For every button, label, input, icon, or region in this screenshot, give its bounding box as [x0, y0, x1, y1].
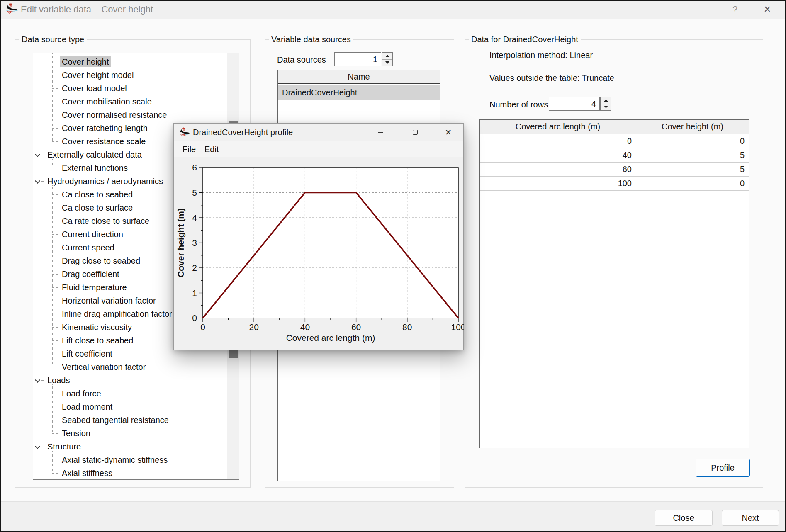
- x-tick-label: 20: [249, 322, 259, 332]
- tree-item[interactable]: Axial stiffness: [60, 468, 114, 479]
- x-tick-label: 60: [351, 322, 361, 332]
- tree-connector: [52, 248, 59, 248]
- close-button[interactable]: Close: [655, 510, 713, 526]
- tree-connector: [52, 274, 59, 275]
- table-cell[interactable]: 100: [480, 177, 636, 191]
- tree-item[interactable]: Horizontal variation factor: [60, 295, 158, 306]
- help-button[interactable]: ?: [726, 0, 744, 19]
- profile-window-menubar: File Edit: [174, 141, 463, 157]
- close-window-icon[interactable]: ✕: [758, 0, 776, 19]
- tree-guide-line: [52, 159, 53, 168]
- number-of-rows-spinner: [600, 97, 611, 111]
- tree-item[interactable]: Drag coefficient: [60, 269, 122, 279]
- tree-connector: [52, 301, 59, 301]
- tree-item[interactable]: Current speed: [60, 242, 117, 253]
- tree-item[interactable]: Cover ratcheting length: [60, 123, 150, 134]
- chevron-down-icon[interactable]: [35, 444, 40, 449]
- data-sources-input[interactable]: [334, 52, 381, 66]
- minimize-icon[interactable]: [372, 124, 389, 141]
- tree-connector: [52, 420, 59, 420]
- tree-item[interactable]: Vertical variation factor: [60, 362, 148, 372]
- cover-height-data-table[interactable]: Covered arc length (m)Cover height (m)00…: [479, 119, 749, 448]
- tree-connector: [52, 115, 59, 115]
- data-sources-spinner: [382, 52, 393, 66]
- spin-down-icon[interactable]: [382, 59, 392, 66]
- tree-item[interactable]: Fluid temperature: [60, 282, 129, 293]
- tree-item[interactable]: Ca rate close to surface: [60, 216, 151, 226]
- y-tick-label: 2: [192, 263, 197, 272]
- tree-connector: [52, 88, 59, 89]
- tree-item[interactable]: Externally calculated data: [45, 149, 144, 160]
- tree-connector: [52, 433, 59, 434]
- table-cell[interactable]: 0: [636, 177, 749, 191]
- tree-connector: [41, 380, 45, 381]
- chevron-down-icon[interactable]: [35, 178, 40, 184]
- next-button[interactable]: Next: [722, 510, 779, 526]
- tree-connector: [52, 168, 59, 168]
- tree-item[interactable]: External functions: [60, 163, 130, 173]
- maximize-icon[interactable]: [407, 124, 423, 141]
- number-of-rows-input[interactable]: [549, 97, 600, 111]
- tree-item[interactable]: Load force: [60, 388, 103, 399]
- tree-item[interactable]: Kinematic viscosity: [60, 322, 134, 333]
- x-tick-label: 100: [451, 322, 464, 332]
- table-cell[interactable]: 0: [480, 134, 636, 148]
- data-source-row[interactable]: DrainedCoverHeight: [278, 85, 440, 100]
- x-tick-label: 0: [200, 322, 205, 332]
- table-cell[interactable]: 40: [480, 148, 636, 163]
- tree-connector: [52, 194, 59, 195]
- tree-item[interactable]: Ca close to seabed: [60, 189, 135, 200]
- name-column-header: Name: [278, 70, 440, 84]
- tree-item[interactable]: Cover load model: [60, 83, 129, 94]
- y-tick-label: 0: [192, 313, 197, 323]
- tree-connector: [52, 314, 59, 314]
- tree-item[interactable]: Cover resistance scale: [60, 136, 148, 147]
- tree-item[interactable]: Cover normalised resistance: [60, 109, 169, 120]
- tree-item[interactable]: Cover mobilisation scale: [60, 96, 154, 107]
- tree-item[interactable]: Lift close to seabed: [60, 335, 135, 346]
- tree-item[interactable]: Seabed tangential resistance: [60, 415, 171, 425]
- tree-item[interactable]: Cover height model: [60, 70, 136, 80]
- table-cell[interactable]: 60: [480, 163, 636, 177]
- orca-app-icon: [179, 127, 190, 138]
- tree-item[interactable]: Current direction: [60, 229, 125, 240]
- chevron-down-icon[interactable]: [35, 377, 40, 383]
- table-column-header: Cover height (m): [636, 120, 749, 134]
- menu-file[interactable]: File: [179, 143, 199, 156]
- profile-button[interactable]: Profile: [696, 459, 750, 477]
- tree-connector: [52, 407, 59, 407]
- tree-connector: [52, 62, 59, 62]
- tree-item[interactable]: Tension: [60, 428, 92, 439]
- tree-connector: [52, 208, 59, 208]
- table-cell[interactable]: 5: [636, 163, 749, 177]
- tree-item[interactable]: Lift coefficient: [60, 348, 114, 359]
- tree-item[interactable]: Structure: [45, 441, 83, 452]
- spin-up-icon[interactable]: [601, 97, 611, 104]
- tree-connector: [41, 181, 45, 182]
- data-source-type-group-title: Data source type: [19, 35, 87, 44]
- dialog-titlebar: Edit variable data – Cover height ? ✕: [0, 0, 786, 19]
- variable-data-sources-group-title: Variable data sources: [269, 35, 353, 44]
- tree-item[interactable]: Load moment: [60, 401, 114, 412]
- tree-item[interactable]: Loads: [45, 375, 72, 386]
- tree-item[interactable]: Ca close to surface: [60, 202, 135, 213]
- spin-down-icon[interactable]: [601, 104, 611, 111]
- table-cell[interactable]: 5: [636, 148, 749, 163]
- menu-edit[interactable]: Edit: [201, 143, 222, 156]
- profile-window-titlebar[interactable]: DrainedCoverHeight profile ✕: [174, 124, 463, 141]
- chevron-down-icon[interactable]: [35, 152, 40, 157]
- y-tick-label: 5: [192, 188, 197, 197]
- tree-item[interactable]: Axial static-dynamic stiffness: [60, 454, 170, 465]
- tree-item[interactable]: Drag close to seabed: [60, 255, 142, 266]
- y-tick-label: 1: [192, 288, 197, 298]
- close-icon[interactable]: ✕: [440, 124, 457, 141]
- tree-connector: [52, 327, 59, 328]
- y-tick-label: 6: [192, 163, 197, 172]
- tree-item[interactable]: Inline drag amplification factor: [60, 309, 174, 319]
- tree-item[interactable]: Hydrodynamics / aerodynamics: [45, 176, 165, 187]
- spin-up-icon[interactable]: [382, 53, 392, 59]
- values-outside-table-text: Values outside the table: Truncate: [489, 73, 614, 83]
- tree-item[interactable]: Cover height: [60, 56, 111, 67]
- table-cell[interactable]: 0: [636, 134, 749, 148]
- tree-connector: [52, 354, 59, 354]
